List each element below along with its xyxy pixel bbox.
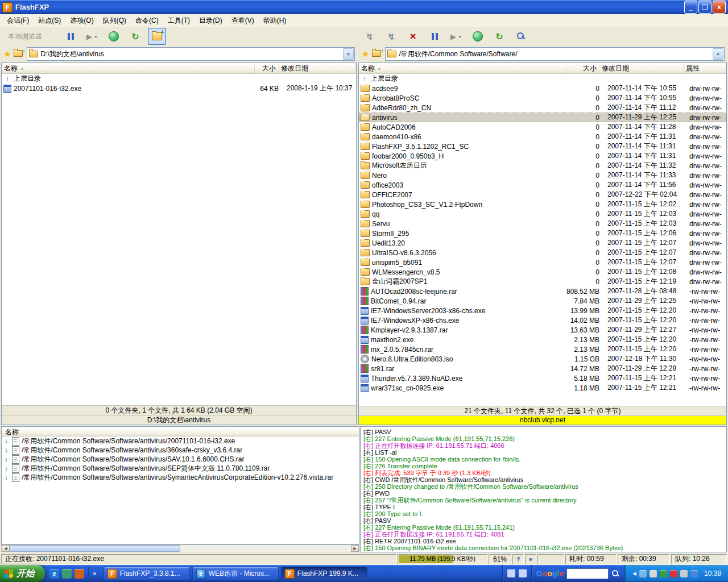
minimize-button[interactable]: _ xyxy=(684,1,697,14)
tray-alert-icon[interactable] xyxy=(670,570,677,577)
remote-folder-row[interactable]: UltraISO-v8.6.3.205602007-11-15 上午 12:07… xyxy=(359,248,726,257)
scroll-left-icon[interactable]: ◀ xyxy=(2,545,10,552)
site-manager-button[interactable] xyxy=(512,28,530,45)
menu-item-2[interactable]: 站点(S) xyxy=(34,14,65,27)
menu-item-3[interactable]: 选项(O) xyxy=(65,14,98,27)
menu-item-9[interactable]: 帮助(H) xyxy=(259,14,291,27)
column-header-size[interactable]: 大小 xyxy=(566,63,599,73)
quicklaunch-ie-icon[interactable]: e xyxy=(49,569,59,579)
remote-folder-row[interactable]: StormII_29502007-11-15 上午 12:06drw-rw-rw… xyxy=(359,228,726,238)
tray-updates-icon[interactable] xyxy=(639,570,647,577)
tray-antivirus-icon[interactable] xyxy=(660,570,667,577)
remote-folder-row[interactable]: unispim5_b509102007-11-15 上午 12:07drw-rw… xyxy=(359,257,726,267)
remote-file-row[interactable]: sr81.rar14.72 MB2007-11-29 上午 12:28-rw-r… xyxy=(359,364,726,373)
favorites-icon[interactable]: ★ xyxy=(362,49,369,59)
remote-folder-row[interactable]: AutoCAD200602007-11-14 下午 11:28drw-rw-rw… xyxy=(359,122,726,132)
folder-cache-button[interactable]: + xyxy=(148,28,166,45)
overflow-chevron-icon[interactable]: » xyxy=(93,569,97,577)
scroll-right-icon[interactable]: ▶ xyxy=(351,545,359,552)
remote-folder-row[interactable]: Microsoft农历日历02007-11-14 下午 11:32drw-rw-… xyxy=(359,161,726,171)
remote-file-row[interactable]: BitComet_0.94.rar7.84 MB2007-11-29 上午 12… xyxy=(359,296,726,306)
queue-hscrollbar[interactable]: ◀ ▶ xyxy=(1,544,359,552)
menu-item-1[interactable]: 会话(F) xyxy=(2,14,34,27)
quick-connect-button[interactable]: ↯ xyxy=(382,28,400,45)
menu-item-8[interactable]: 查看(V) xyxy=(227,14,259,27)
queue-item-row[interactable]: ↓/常用软件/Common Software/Software/antiviru… xyxy=(2,436,359,446)
remote-file-row[interactable]: Kmplayer-v2.9.3.1387.rar13.63 MB2007-11-… xyxy=(359,325,726,335)
transfer-mode-button[interactable] xyxy=(105,28,123,45)
local-path-combo[interactable]: D:\我的文档\antivirus ▼ xyxy=(27,47,355,61)
queue-item-row[interactable]: ↓/常用软件/Common Software/Software/antiviru… xyxy=(2,455,359,464)
remote-folder-row[interactable]: qq02007-11-15 上午 12:03drw-rw-rw- xyxy=(359,209,726,219)
transfer-mode-button[interactable] xyxy=(469,28,487,45)
queue-item-row[interactable]: ↓/常用软件/Common Software/Software/antiviru… xyxy=(2,473,359,482)
remote-folder-row[interactable]: office200302007-11-14 下午 11:56drw-rw-rw- xyxy=(359,180,726,190)
taskbar-task-button[interactable]: eWEB迅雷 - Micros... xyxy=(192,567,279,580)
remote-file-row[interactable]: Nero.8.Ultra.Edition803.iso1.15 GB2007-1… xyxy=(359,354,726,364)
quicklaunch-media-icon[interactable] xyxy=(75,569,84,579)
local-path-dropdown-button[interactable]: ▼ xyxy=(343,48,354,60)
parent-dir-row[interactable]: ↑上层目录 xyxy=(359,74,726,84)
queue-item-row[interactable]: ↓/常用软件/Common Software/Software/antiviru… xyxy=(2,464,359,473)
column-header-date[interactable]: 修改日期 xyxy=(599,63,684,73)
connect-button[interactable]: ↯ xyxy=(361,28,379,45)
column-header-size[interactable]: 大小 xyxy=(255,63,279,73)
remote-folder-row[interactable]: WLMessengercn_v8.502007-11-15 上午 12:08dr… xyxy=(359,267,726,277)
remote-folder-row[interactable]: acdsee902007-11-14 下午 10:55drw-rw-rw- xyxy=(359,84,726,93)
remote-folder-row[interactable]: Uedit13.2002007-11-15 上午 12:07drw-rw-rw- xyxy=(359,238,726,248)
deskband-icon[interactable] xyxy=(507,569,515,577)
remote-path-combo[interactable]: /常用软件/Common Software/Software/ ▼ xyxy=(385,47,725,61)
menu-item-5[interactable]: 命令(C) xyxy=(131,14,163,27)
taskbar-task-button[interactable]: FFlashFXP_3.3.8.1... xyxy=(104,567,190,580)
quicklaunch-desktop-icon[interactable] xyxy=(62,569,72,579)
remote-folder-row[interactable]: Photoshop_CS3_SC_V1.2-FtpDown02007-11-15… xyxy=(359,199,726,209)
remote-folder-row[interactable]: Nero02007-11-14 下午 11:33drw-rw-rw- xyxy=(359,171,726,180)
parent-folder-icon[interactable]: ↑ xyxy=(372,50,382,58)
remote-file-row[interactable]: maxthon2.exe2.13 MB2007-11-15 上午 12:20-r… xyxy=(359,335,726,344)
taskbar-task-button[interactable]: FFlashFXP 199.9 K... xyxy=(281,567,367,580)
column-header-date[interactable]: 修改日期 xyxy=(279,63,356,73)
queue-resume-button[interactable]: ▶▼ xyxy=(447,28,465,45)
refresh-button[interactable]: ↻ xyxy=(126,28,144,45)
refresh-button[interactable]: ↻ xyxy=(490,28,508,45)
remote-path-dropdown-button[interactable]: ▼ xyxy=(713,48,723,60)
queue-column-header[interactable]: 名称 xyxy=(2,427,359,436)
remote-folder-row[interactable]: OFFICE200702007-12-22 下午 02:04drw-rw-rw- xyxy=(359,190,726,199)
queue-item-row[interactable]: ↓/常用软件/Common Software/Software/antiviru… xyxy=(2,446,359,455)
maximize-button[interactable]: ❐ xyxy=(698,1,712,14)
remote-folder-row[interactable]: FlashFXP_3.5.1.1202_RC1_SC02007-11-14 下午… xyxy=(359,142,726,151)
tray-network-icon[interactable] xyxy=(690,570,698,577)
remote-file-row[interactable]: IE7-WindowsXP-x86-chs.exe14.02 MB2007-11… xyxy=(359,315,726,325)
menu-item-4[interactable]: 队列(Q) xyxy=(98,14,131,27)
remote-folder-row[interactable]: daemon410-x8602007-11-14 下午 11:31drw-rw-… xyxy=(359,132,726,142)
parent-dir-row[interactable]: ↑上层目录 xyxy=(2,74,356,84)
remote-folder-row[interactable]: 金山词霸2007SP102007-11-15 上午 12:19drw-rw-rw… xyxy=(359,277,726,286)
scroll-thumb[interactable] xyxy=(10,545,180,552)
parent-folder-icon[interactable]: ↑ xyxy=(14,50,24,58)
google-search-input[interactable] xyxy=(566,568,609,579)
queue-pause-button[interactable] xyxy=(61,28,80,45)
remote-file-row[interactable]: mx_2.0.5.7845cn.rar2.13 MB2007-11-15 上午 … xyxy=(359,344,726,354)
remote-file-row[interactable]: AUTOcad2008sc-leejune.rar808.52 MB2007-1… xyxy=(359,286,726,296)
start-button[interactable]: 开始 xyxy=(0,565,45,582)
remote-file-row[interactable]: wrar371sc_cn-0925.exe1.18 MB2007-11-15 上… xyxy=(359,383,726,393)
menu-item-6[interactable]: 工具(T) xyxy=(163,14,195,27)
remote-folder-row[interactable]: Acrobat8ProSC02007-11-14 下午 10:55drw-rw-… xyxy=(359,93,726,103)
help-indicator-icon[interactable]: ? xyxy=(512,554,524,564)
local-browser-label[interactable]: 本地浏览器 xyxy=(3,30,47,44)
column-header-name[interactable]: 名称▲ xyxy=(359,63,566,73)
queue-resume-button[interactable]: ▶▼ xyxy=(83,28,101,45)
column-header-name[interactable]: 名称▲ xyxy=(2,63,255,73)
tray-volume-icon[interactable] xyxy=(680,570,688,577)
tray-chevron-icon[interactable]: ◀ xyxy=(632,571,636,576)
tray-ime-icon[interactable] xyxy=(650,570,657,577)
column-header-attr[interactable]: 属性 xyxy=(684,63,726,73)
remote-folder-row[interactable]: Servu02007-11-15 上午 12:03drw-rw-rw- xyxy=(359,219,726,228)
close-button[interactable]: × xyxy=(713,1,726,14)
google-search-icon[interactable] xyxy=(611,569,619,577)
remote-file-row[interactable]: Thunder.v5.7.3.389.NoAD.exe5.18 MB2007-1… xyxy=(359,373,726,383)
remote-folder-row[interactable]: antivirus02007-11-29 上午 12:25drw-rw-rw- xyxy=(359,113,726,122)
remote-file-row[interactable]: IE7-WindowsServer2003-x86-chs.exe13.99 M… xyxy=(359,306,726,315)
legend-indicator-icon[interactable]: ≡ xyxy=(525,554,536,564)
abort-button[interactable]: × xyxy=(404,28,422,45)
